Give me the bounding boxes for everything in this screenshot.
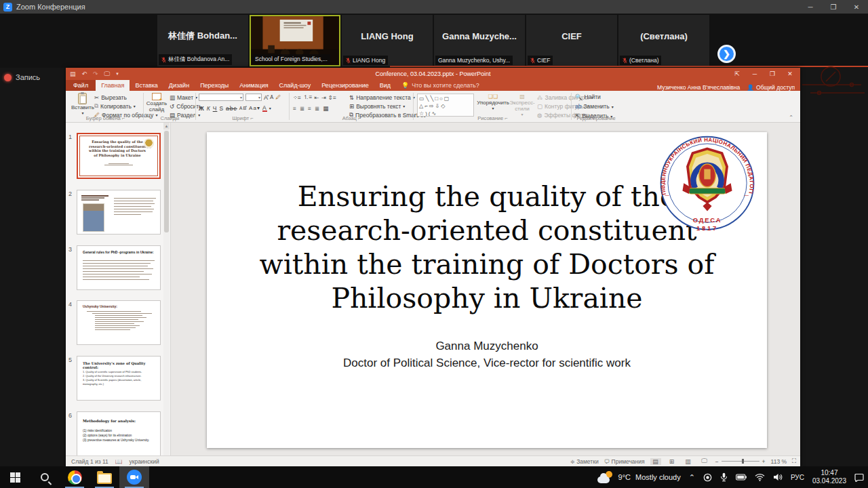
slide-subtitle[interactable]: Ganna Muzychenko Doctor of Political Sci… <box>207 338 767 371</box>
tray-wifi-icon[interactable] <box>751 466 769 488</box>
italic-button[interactable]: К <box>207 105 211 112</box>
start-button[interactable] <box>0 466 30 488</box>
dialog-launcher-icon[interactable]: ⌐ <box>250 115 253 121</box>
tab-animations[interactable]: Анимация <box>234 80 273 91</box>
scroll-up-icon[interactable]: ▲ <box>163 123 170 129</box>
zoom-slider[interactable]: − + <box>715 458 766 465</box>
align-center-button[interactable]: ≣ <box>300 105 306 112</box>
bold-button[interactable]: Ж <box>199 105 205 112</box>
align-left-button[interactable]: ≡ <box>293 105 298 112</box>
zoom-maximize-button[interactable]: ❐ <box>822 0 845 14</box>
slide-canvas[interactable]: Ensuring the quality of the research-ori… <box>207 132 767 448</box>
participant-tile[interactable]: 林佳倩 Bohdan... 林佳倩 Bohdanova An... <box>157 15 248 66</box>
zoom-minimize-button[interactable]: ─ <box>799 0 822 14</box>
arrange-button[interactable]: ❏❏ Упорядочить▾ <box>479 94 507 112</box>
tab-home[interactable]: Главная <box>96 80 130 91</box>
change-case-button[interactable]: Аа▾ <box>249 105 260 111</box>
strikethrough-button[interactable]: abc <box>226 105 237 112</box>
thumbnail-slide-3[interactable]: General rules for PhD -programs in Ukrai… <box>77 245 161 290</box>
underline-button[interactable]: Ч <box>213 105 218 112</box>
thumbnail-scrollbar[interactable]: ▲ <box>163 123 170 455</box>
reading-view-button[interactable]: ▥ <box>683 458 694 465</box>
spellcheck-icon[interactable]: 📖 <box>115 458 123 465</box>
zoom-close-button[interactable]: ✕ <box>845 0 868 14</box>
taskbar-explorer-button[interactable] <box>90 466 119 488</box>
font-name-combo[interactable] <box>199 94 243 101</box>
participant-tile[interactable]: LIANG Hong LIANG Hong <box>342 15 433 66</box>
ppt-close-button[interactable]: ✕ <box>781 68 799 80</box>
numbering-button[interactable]: ⒈≡ <box>303 94 312 102</box>
tab-insert[interactable]: Вставка <box>130 80 163 91</box>
tab-review[interactable]: Рецензирование <box>316 80 374 91</box>
columns-button[interactable]: ▦ <box>323 105 330 112</box>
line-spacing-button[interactable]: ⇕≡ <box>328 94 336 101</box>
participant-tile[interactable]: Ganna Muzyche... Ganna Muzychenko, Ushy.… <box>434 15 525 66</box>
language-status[interactable]: украинский <box>129 458 159 465</box>
taskbar-zoom-button[interactable] <box>119 466 149 488</box>
normal-view-button[interactable]: ▤ <box>650 458 661 465</box>
scrollbar-thumb[interactable] <box>164 131 169 232</box>
dialog-launcher-icon[interactable]: ⌐ <box>505 115 507 121</box>
share-button[interactable]: 👤 Общий доступ <box>747 84 795 91</box>
taskbar-clock[interactable]: 10:47 03.04.2023 <box>808 466 850 488</box>
zoom-slider-thumb[interactable] <box>742 459 744 464</box>
zoom-in-icon[interactable]: + <box>762 458 766 465</box>
action-center-button[interactable] <box>850 466 868 488</box>
next-participants-button[interactable]: ❯ <box>717 45 736 63</box>
tray-mic-icon[interactable] <box>716 466 732 488</box>
slideshow-view-button[interactable]: 🖵 <box>699 458 710 465</box>
clear-formatting-icon[interactable]: 🖉 <box>275 94 281 100</box>
font-size-combo[interactable] <box>245 94 262 101</box>
align-right-button[interactable]: ≡ <box>308 105 313 112</box>
ribbon-display-options-icon[interactable]: ⇱ <box>728 68 746 80</box>
tab-design[interactable]: Дизайн <box>163 80 195 91</box>
dialog-launcher-icon[interactable]: ⌐ <box>122 115 125 121</box>
find-button[interactable]: 🔍Найти <box>575 93 614 101</box>
tab-file[interactable]: Файл <box>66 80 96 91</box>
tray-volume-icon[interactable] <box>769 466 787 488</box>
collapse-ribbon-button[interactable]: ⌃ <box>789 115 793 121</box>
taskbar-chrome-button[interactable] <box>60 466 90 488</box>
tab-transitions[interactable]: Переходы <box>195 80 234 91</box>
shape-fill-icon: 🝆 <box>537 94 543 101</box>
replace-button[interactable]: abЗаменить▾ <box>575 102 614 110</box>
grow-font-icon[interactable]: А̂ <box>264 94 268 101</box>
thumbnail-slide-1[interactable]: Ensuring the quality of the research-ori… <box>77 133 161 179</box>
tab-slideshow[interactable]: Слайд-шоу <box>274 80 317 91</box>
hidden-icons-chevron[interactable]: ⌃ <box>685 466 699 488</box>
tab-view[interactable]: Вид <box>374 80 396 91</box>
text-shadow-button[interactable]: S <box>219 105 224 112</box>
taskbar-search-button[interactable] <box>30 466 60 488</box>
weather-widget[interactable]: 9°C Mostly cloudy <box>593 466 685 488</box>
shrink-font-icon[interactable]: А̌ <box>270 94 273 100</box>
participant-tile[interactable]: (Светлана) (Светлана) <box>618 15 709 66</box>
comments-button[interactable]: 🗩 Примечания <box>604 458 645 465</box>
notes-button[interactable]: ≑ Заметки <box>570 458 599 465</box>
thumbnail-slide-4[interactable]: Ushynsky University: <box>77 300 161 345</box>
dialog-launcher-icon[interactable]: ⌐ <box>358 115 361 121</box>
zoom-level[interactable]: 113 % <box>771 458 787 465</box>
thumbnail-slide-2[interactable] <box>77 190 161 235</box>
quick-styles-button[interactable]: ▧ Экспресс-стили▾ <box>509 94 536 118</box>
justify-button[interactable]: ≣ <box>315 105 321 112</box>
ppt-maximize-button[interactable]: ❐ <box>764 68 781 80</box>
slide-sorter-view-button[interactable]: ⊞ <box>667 458 677 465</box>
fit-slide-icon[interactable]: ⛶ <box>792 458 796 465</box>
zoom-out-icon[interactable]: − <box>715 458 719 465</box>
shapes-gallery[interactable]: ▭╲╲□○▢△⌐⇨⇩◇☆)(∿ <box>417 94 474 117</box>
bullets-button[interactable]: ⁘≡ <box>293 94 301 101</box>
increase-indent-button[interactable]: ⇥ <box>321 94 326 101</box>
font-color-button[interactable]: А <box>262 105 267 112</box>
paste-button[interactable]: Вставить▾ <box>71 93 94 117</box>
tray-battery-icon[interactable] <box>732 466 751 488</box>
language-indicator[interactable]: РУС <box>787 466 808 488</box>
thumbnail-slide-6[interactable]: Methodology for analysis: (1) risks iden… <box>77 411 161 456</box>
tray-record-icon[interactable] <box>699 466 716 488</box>
thumbnail-slide-5[interactable]: The University's zone of Quality control… <box>77 356 161 401</box>
participant-tile-active-speaker[interactable]: School of Foreign Studies,... <box>250 15 340 66</box>
tell-me-box[interactable]: 💡 Что вы хотите сделать? <box>396 80 485 91</box>
ppt-minimize-button[interactable]: ─ <box>746 68 764 80</box>
participant-tile[interactable]: CIEF CIEF <box>526 15 617 66</box>
char-spacing-button[interactable]: АВ̽ <box>239 106 247 110</box>
decrease-indent-button[interactable]: ⇤ <box>315 94 319 101</box>
